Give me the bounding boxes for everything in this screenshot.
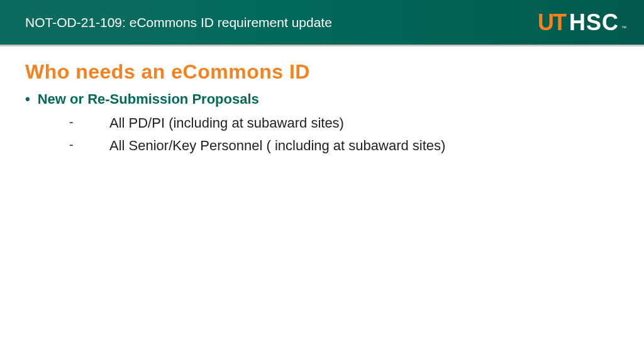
- slide-title: Who needs an eCommons ID: [25, 60, 619, 84]
- slide-header: NOT-OD-21-109: eCommons ID requirement u…: [0, 0, 644, 47]
- sub-item-text: All PD/PI (including at subaward sites): [109, 115, 344, 131]
- bullet-main: • New or Re-Submission Proposals: [25, 91, 619, 107]
- dash-icon: -: [69, 138, 109, 152]
- uthsc-logo: UT HSC ™: [538, 9, 626, 36]
- dash-icon: -: [69, 115, 109, 129]
- sub-item-text: All Senior/Key Personnel ( including at …: [109, 138, 445, 154]
- header-title: NOT-OD-21-109: eCommons ID requirement u…: [25, 15, 332, 30]
- logo-ut-text: UT: [538, 9, 565, 36]
- logo-hsc-text: HSC: [569, 9, 619, 36]
- slide-content: Who needs an eCommons ID • New or Re-Sub…: [0, 47, 644, 154]
- list-item: - All PD/PI (including at subaward sites…: [69, 115, 619, 131]
- logo-trademark: ™: [621, 25, 626, 31]
- bullet-main-text: New or Re-Submission Proposals: [38, 91, 259, 107]
- sub-list: - All PD/PI (including at subaward sites…: [69, 115, 619, 154]
- bullet-dot-icon: •: [25, 91, 30, 107]
- list-item: - All Senior/Key Personnel ( including a…: [69, 138, 619, 154]
